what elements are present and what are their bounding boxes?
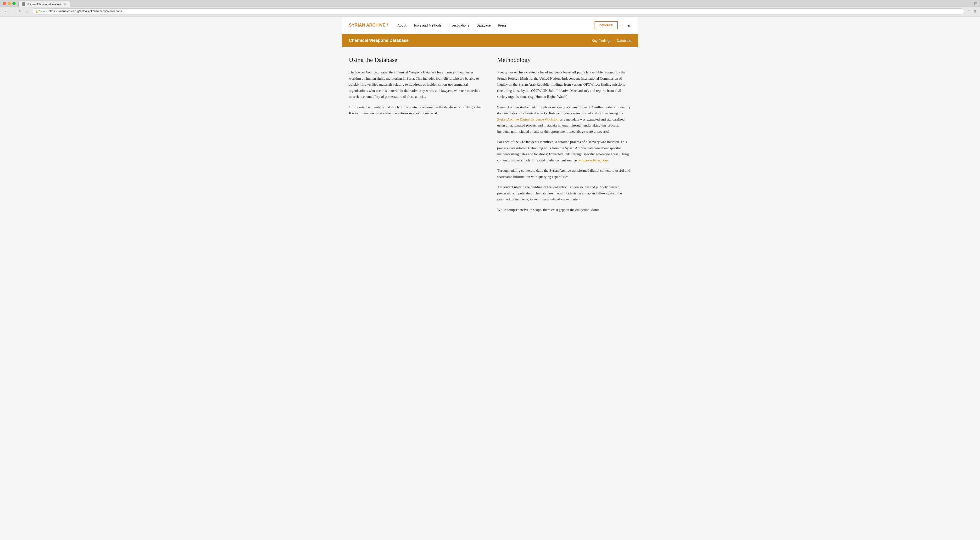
address-bar[interactable]: 🔒 Secure https://syrianarchive.org/en/co… (32, 8, 964, 14)
left-para-2: Of importance to note is that much of th… (349, 104, 483, 116)
right-para-3: For each of the 212 incidents identified… (497, 139, 631, 164)
evidence-workflow-link[interactable]: Syrian Archive Digital Evidence Workflow (497, 118, 559, 121)
main-content: Using the Database The Syrian Archive cr… (342, 47, 638, 222)
reload-button[interactable]: ↻ (17, 8, 23, 14)
maximize-button[interactable] (13, 2, 16, 5)
right-para-4: Through adding context to data, the Syri… (497, 168, 631, 180)
right-para-6: While comprehensive in scope, there exis… (497, 207, 631, 213)
home-button[interactable]: ⌂ (24, 8, 30, 14)
back-button[interactable]: ‹ (2, 8, 9, 14)
right-para-5: All content used in the building of this… (497, 184, 631, 203)
forward-button[interactable]: › (10, 8, 16, 14)
right-para-1: The Syrian Archive created a list of inc… (497, 69, 631, 100)
lang-arabic-button[interactable]: ع (622, 24, 624, 27)
left-para-1: The Syrian Archive created the Chemical … (349, 69, 483, 100)
right-para-2: Syrian Archive staff sifted through its … (497, 104, 631, 135)
sub-header-nav: Key Findings Database (592, 39, 631, 43)
active-tab[interactable]: Chemical Weapons Database ✕ (18, 1, 70, 7)
address-url: https://syrianarchive.org/en/collections… (49, 10, 122, 13)
tab-title: Chemical Weapons Database (27, 3, 62, 5)
minimize-button[interactable] (8, 2, 11, 5)
right-section-title: Methodology (497, 56, 631, 64)
whopostedwhat-link[interactable]: whopostedwhat.com (578, 158, 608, 162)
lang-english-button[interactable]: en (627, 24, 631, 27)
tab-close-button[interactable]: ✕ (63, 2, 66, 6)
header-actions: DONATE ع en (595, 21, 631, 29)
browser-tabs: Chemical Weapons Database ✕ (18, 0, 972, 7)
site-logo[interactable]: SYRIAN ARCHIVE / (349, 23, 388, 28)
nav-investigations[interactable]: Investigations (449, 24, 469, 27)
sub-nav-key-findings[interactable]: Key Findings (592, 39, 611, 43)
right-section-body: The Syrian Archive created a list of inc… (497, 69, 631, 213)
site-header: SYRIAN ARCHIVE / About Tools and Methods… (342, 16, 638, 34)
nav-about[interactable]: About (398, 24, 406, 27)
nav-tools-and-methods[interactable]: Tools and Methods (414, 24, 442, 27)
tab-favicon (22, 2, 25, 6)
nav-press[interactable]: Press (498, 24, 506, 27)
sub-header: Chemical Weapons Database Key Findings D… (342, 34, 638, 47)
browser-chrome: Chemical Weapons Database ✕ ⊞ ‹ › ↻ ⌂ 🔒 … (0, 0, 980, 16)
new-tab-button[interactable]: ⊞ (974, 1, 978, 6)
page-outer: Using the Database The Syrian Archive cr… (342, 47, 638, 222)
site-wrapper: SYRIAN ARCHIVE / About Tools and Methods… (342, 16, 638, 222)
left-section-title: Using the Database (349, 56, 483, 64)
bookmark-button[interactable]: ☆ (966, 9, 971, 14)
nav-database[interactable]: Database (476, 24, 491, 27)
lock-icon: 🔒 (35, 10, 38, 13)
nav-buttons: ‹ › ↻ ⌂ (2, 8, 30, 14)
browser-toolbar: ‹ › ↻ ⌂ 🔒 Secure https://syrianarchive.o… (0, 7, 980, 16)
main-nav: About Tools and Methods Investigations D… (398, 24, 595, 27)
secure-badge: 🔒 Secure (35, 10, 47, 13)
sub-header-title: Chemical Weapons Database (349, 38, 409, 43)
new-tab-area: ⊞ (972, 0, 980, 7)
extensions-button[interactable]: ⊞ (973, 9, 978, 14)
donate-button[interactable]: DONATE (595, 21, 618, 29)
window-controls (0, 0, 18, 7)
secure-label: Secure (39, 10, 47, 13)
close-button[interactable] (3, 2, 6, 5)
sub-nav-database[interactable]: Database (617, 39, 631, 43)
left-column: Using the Database The Syrian Archive cr… (349, 56, 490, 213)
left-section-body: The Syrian Archive created the Chemical … (349, 69, 483, 116)
browser-actions: ☆ ⊞ (966, 9, 978, 14)
right-column: Methodology The Syrian Archive created a… (490, 56, 631, 213)
